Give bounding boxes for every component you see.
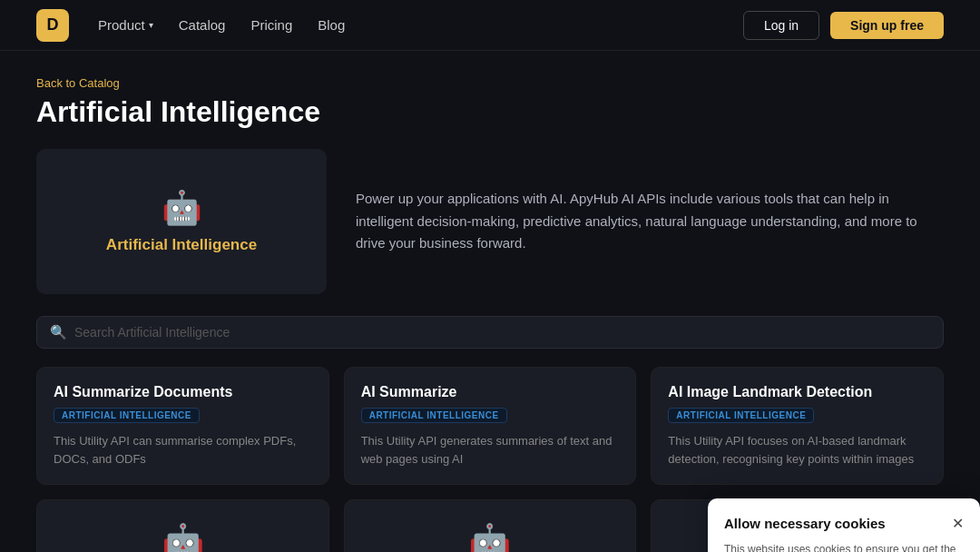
bottom-card-icon-0: 🤖 <box>162 522 204 552</box>
signup-button[interactable]: Sign up free <box>830 12 944 39</box>
top-cards-grid: AI Summarize Documents ARTIFICIAL INTELL… <box>36 367 944 485</box>
main-content: Back to Catalog Artificial Intelligence … <box>0 51 980 552</box>
chevron-down-icon: ▾ <box>149 20 153 30</box>
nav-link-blog[interactable]: Blog <box>318 17 345 33</box>
cookie-title: Allow necessary cookies <box>724 516 886 531</box>
hero-image: 🤖 Artificial Intelligence <box>36 149 327 294</box>
nav-link-product-label: Product <box>98 17 145 33</box>
navbar: D Product ▾ Catalog Pricing Blog Log in … <box>0 0 980 51</box>
hero-icon: 🤖 <box>162 189 202 227</box>
card-ai-landmark[interactable]: AI Image Landmark Detection ARTIFICIAL I… <box>651 367 944 485</box>
cookie-text: This website uses cookies to ensure you … <box>724 541 964 552</box>
card-badge-1: ARTIFICIAL INTELLIGENCE <box>361 408 507 423</box>
nav-link-pricing[interactable]: Pricing <box>250 17 292 33</box>
hero-section: 🤖 Artificial Intelligence Power up your … <box>36 149 944 294</box>
nav-link-product[interactable]: Product ▾ <box>98 17 153 33</box>
card-title-2: AI Image Landmark Detection <box>668 384 926 400</box>
bottom-card-1[interactable]: 🤖 AI Summarize <box>344 499 637 552</box>
search-icon: 🔍 <box>50 324 67 340</box>
logo[interactable]: D <box>36 9 69 42</box>
nav-links: Product ▾ Catalog Pricing Blog <box>98 17 345 33</box>
cookie-body-text: This website uses cookies to ensure you … <box>724 543 956 552</box>
breadcrumb[interactable]: Back to Catalog <box>36 76 944 90</box>
card-ai-summarize-documents[interactable]: AI Summarize Documents ARTIFICIAL INTELL… <box>36 367 329 485</box>
card-badge-2: ARTIFICIAL INTELLIGENCE <box>668 408 814 423</box>
card-ai-summarize[interactable]: AI Summarize ARTIFICIAL INTELLIGENCE Thi… <box>344 367 637 485</box>
card-badge-0: ARTIFICIAL INTELLIGENCE <box>54 408 200 423</box>
bottom-card-icon-1: 🤖 <box>468 522 511 552</box>
card-title-1: AI Summarize <box>361 384 620 400</box>
card-title-0: AI Summarize Documents <box>54 384 312 400</box>
cookie-header: Allow necessary cookies ✕ <box>724 515 964 532</box>
search-input[interactable] <box>74 325 930 340</box>
card-desc-0: This Utility API can summarise complex P… <box>54 432 312 468</box>
hero-description: Power up your applications with AI. ApyH… <box>356 149 944 294</box>
cookie-banner: Allow necessary cookies ✕ This website u… <box>708 498 980 552</box>
card-desc-1: This Utility API generates summaries of … <box>361 432 620 468</box>
bottom-card-0[interactable]: 🤖 AI Summarize Documents <box>36 499 329 552</box>
page-title: Artificial Intelligence <box>36 95 944 129</box>
nav-link-catalog[interactable]: Catalog <box>179 17 226 33</box>
login-button[interactable]: Log in <box>743 11 819 40</box>
cookie-close-button[interactable]: ✕ <box>952 515 964 532</box>
navbar-right: Log in Sign up free <box>743 11 944 40</box>
card-desc-2: This Utility API focuses on AI-based lan… <box>668 432 926 468</box>
hero-label: Artificial Intelligence <box>106 236 257 254</box>
search-bar: 🔍 <box>36 316 944 349</box>
navbar-left: D Product ▾ Catalog Pricing Blog <box>36 9 345 42</box>
